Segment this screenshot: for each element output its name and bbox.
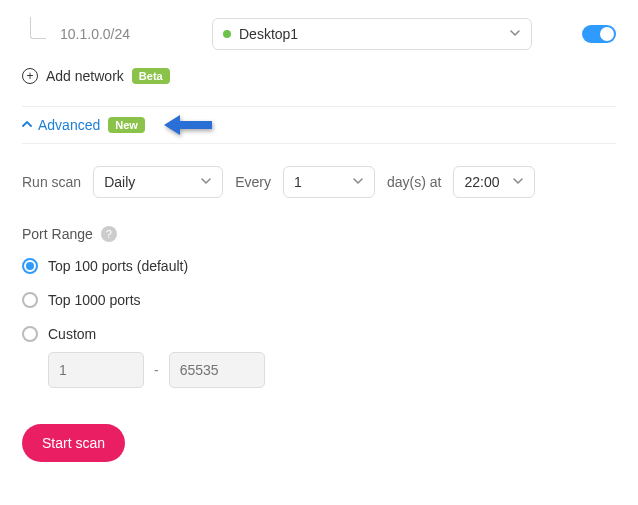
- radio-label: Top 100 ports (default): [48, 258, 188, 274]
- new-badge: New: [108, 117, 145, 133]
- status-dot-icon: [223, 30, 231, 38]
- every-label: Every: [235, 174, 271, 190]
- chevron-down-icon: [509, 26, 521, 42]
- start-scan-button[interactable]: Start scan: [22, 424, 125, 462]
- days-at-label: day(s) at: [387, 174, 441, 190]
- port-range-top100[interactable]: Top 100 ports (default): [22, 258, 616, 274]
- port-range-heading: Port Range ?: [22, 226, 616, 242]
- help-icon[interactable]: ?: [101, 226, 117, 242]
- radio-icon: [22, 292, 38, 308]
- add-network-label: Add network: [46, 68, 124, 84]
- every-value: 1: [294, 174, 302, 190]
- port-from-input[interactable]: [48, 352, 144, 388]
- custom-port-inputs: -: [48, 352, 616, 388]
- frequency-select[interactable]: Daily: [93, 166, 223, 198]
- plus-circle-icon: +: [22, 68, 38, 84]
- port-range-custom[interactable]: Custom: [22, 326, 616, 342]
- run-scan-row: Run scan Daily Every 1 day(s) at 22:00: [22, 166, 616, 198]
- chevron-up-icon: [22, 118, 32, 132]
- advanced-label: Advanced: [38, 117, 100, 133]
- beta-badge: Beta: [132, 68, 170, 84]
- frequency-value: Daily: [104, 174, 135, 190]
- run-scan-label: Run scan: [22, 174, 81, 190]
- desktop-select[interactable]: Desktop1: [212, 18, 532, 50]
- range-dash: -: [154, 362, 159, 378]
- chevron-down-icon: [512, 174, 524, 190]
- network-toggle[interactable]: [582, 25, 616, 43]
- time-value: 22:00: [464, 174, 499, 190]
- radio-icon: [22, 258, 38, 274]
- advanced-link: Advanced: [22, 117, 100, 133]
- radio-label: Custom: [48, 326, 96, 342]
- network-ip: 10.1.0.0/24: [60, 26, 200, 42]
- every-value-select[interactable]: 1: [283, 166, 375, 198]
- add-network-button[interactable]: + Add network Beta: [22, 68, 616, 84]
- port-to-input[interactable]: [169, 352, 265, 388]
- port-range-label: Port Range: [22, 226, 93, 242]
- advanced-section-toggle[interactable]: Advanced New: [22, 106, 616, 144]
- radio-label: Top 1000 ports: [48, 292, 141, 308]
- callout-arrow-icon: [162, 113, 212, 140]
- chevron-down-icon: [352, 174, 364, 190]
- desktop-select-value: Desktop1: [239, 26, 298, 42]
- network-row: 10.1.0.0/24 Desktop1: [22, 18, 616, 50]
- chevron-down-icon: [200, 174, 212, 190]
- time-select[interactable]: 22:00: [453, 166, 535, 198]
- tree-connector: [30, 17, 46, 39]
- radio-icon: [22, 326, 38, 342]
- port-range-top1000[interactable]: Top 1000 ports: [22, 292, 616, 308]
